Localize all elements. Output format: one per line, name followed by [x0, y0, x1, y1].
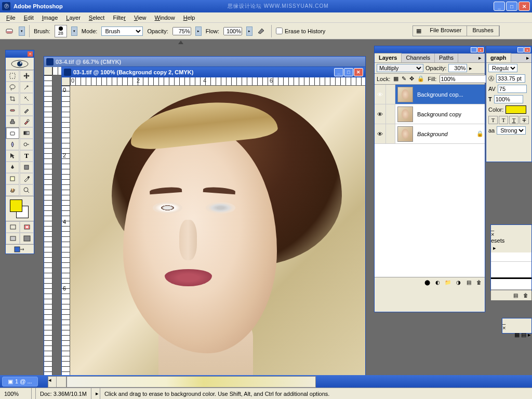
collapsed-minimize[interactable]: _: [502, 318, 531, 325]
visibility-icon[interactable]: 👁: [375, 85, 386, 104]
text-color-swatch[interactable]: [506, 105, 526, 114]
doc-info[interactable]: Doc: 3.36M/10.1M: [36, 388, 91, 399]
doc1-ruler-h[interactable]: 0 2 4 6: [70, 77, 365, 86]
layer-style-icon[interactable]: ⬤: [423, 279, 431, 286]
menu-view[interactable]: View: [130, 14, 151, 22]
opacity-input[interactable]: [172, 27, 191, 35]
mode-select[interactable]: Brush: [101, 26, 143, 36]
presets-tab[interactable]: esets: [491, 237, 531, 244]
channels-tab[interactable]: Channels: [402, 54, 434, 62]
brush-dropdown[interactable]: ▾: [71, 26, 77, 36]
layers-tab[interactable]: Layers: [375, 53, 402, 62]
lasso-tool[interactable]: [6, 82, 19, 93]
link-cell[interactable]: [386, 85, 395, 104]
menu-window[interactable]: Window: [151, 14, 179, 22]
layer-name[interactable]: Background copy: [415, 111, 485, 117]
lock-image-icon[interactable]: ✎: [402, 75, 406, 83]
char-panel-close[interactable]: ×: [524, 47, 530, 52]
quickmask-off[interactable]: [6, 221, 20, 233]
brush-tool[interactable]: [20, 104, 33, 116]
quickmask-on[interactable]: [20, 221, 34, 233]
collapsed-icon-2[interactable]: ▤: [521, 331, 526, 338]
new-preset-icon[interactable]: ▤: [512, 292, 519, 299]
status-grip[interactable]: [32, 388, 36, 399]
notes-tool[interactable]: [6, 173, 19, 184]
antialias-select[interactable]: Strong: [497, 126, 526, 135]
lock-all-icon[interactable]: 🔒: [417, 75, 424, 83]
panel-menu-icon[interactable]: ▸: [524, 54, 531, 62]
taskbar-item[interactable]: ▣ 1 @ ...: [2, 377, 38, 387]
doc1-close[interactable]: ✕: [354, 68, 363, 76]
lock-transparency-icon[interactable]: ▦: [393, 75, 398, 83]
foreground-color[interactable]: [10, 200, 22, 212]
layer-mask-icon[interactable]: ◐: [434, 279, 441, 286]
eraser-tool[interactable]: [6, 127, 19, 139]
file-browser-tab[interactable]: File Browser: [424, 26, 467, 36]
crop-tool[interactable]: [6, 93, 19, 104]
presets-close[interactable]: ×: [491, 231, 531, 237]
layers-panel-minimize[interactable]: _: [471, 47, 477, 52]
delete-layer-icon[interactable]: 🗑: [475, 279, 483, 286]
canvas[interactable]: [70, 86, 365, 377]
doc1-minimize[interactable]: _: [334, 68, 343, 76]
new-layer-icon[interactable]: ▤: [465, 279, 472, 286]
flow-slider-toggle[interactable]: ▸: [246, 26, 252, 36]
brush-preview[interactable]: 28: [55, 25, 67, 37]
link-cell[interactable]: [386, 124, 395, 143]
adjustment-layer-icon[interactable]: ◑: [455, 279, 462, 286]
visibility-icon[interactable]: 👁: [375, 104, 386, 124]
panel-menu-icon[interactable]: ▸: [475, 54, 485, 62]
hand-tool[interactable]: [6, 184, 19, 196]
new-set-icon[interactable]: 📁: [444, 279, 451, 286]
collapsed-close[interactable]: ×: [502, 325, 531, 331]
zoom-tool[interactable]: [20, 184, 33, 196]
blur-tool[interactable]: [6, 139, 19, 150]
paragraph-tab[interactable]: graph: [486, 53, 511, 62]
link-cell[interactable]: [386, 104, 395, 124]
menu-edit[interactable]: Edit: [20, 14, 38, 22]
gradient-tool[interactable]: [20, 127, 33, 139]
close-button[interactable]: ✕: [518, 2, 530, 11]
layer-row[interactable]: 👁 Background copy: [375, 104, 485, 124]
visibility-icon[interactable]: 👁: [375, 124, 386, 143]
layer-thumbnail[interactable]: [397, 126, 413, 142]
underline-button[interactable]: T: [509, 116, 518, 124]
doc1-titlebar[interactable]: 03-1.tif @ 100% (Background copy 2, CMYK…: [62, 67, 365, 77]
subscript-button[interactable]: T: [499, 116, 508, 124]
layer-opacity-input[interactable]: [448, 64, 467, 72]
char-panel-minimize[interactable]: _: [517, 47, 524, 52]
shape-tool[interactable]: [20, 162, 33, 173]
pen-tool[interactable]: [6, 162, 19, 173]
layer-row[interactable]: 👁 Background cop...: [375, 85, 485, 104]
flow-input[interactable]: [223, 27, 242, 35]
maximize-button[interactable]: □: [506, 2, 517, 11]
stamp-tool[interactable]: [6, 116, 19, 127]
dodge-tool[interactable]: [20, 139, 33, 150]
menu-help[interactable]: Help: [179, 14, 200, 22]
airbrush-icon[interactable]: [257, 26, 267, 36]
doc-info-menu[interactable]: ▸: [91, 388, 100, 399]
move-tool[interactable]: [20, 70, 33, 82]
palette-well-toggle-icon[interactable]: ▦: [413, 26, 424, 36]
lock-position-icon[interactable]: ✥: [409, 75, 414, 83]
paths-tab[interactable]: Paths: [435, 54, 458, 62]
collapsed-icon-1[interactable]: ▦: [514, 331, 520, 338]
zoom-input[interactable]: [4, 391, 27, 397]
minimize-button[interactable]: _: [494, 2, 505, 11]
layers-panel-close[interactable]: ×: [477, 47, 484, 52]
slice-tool[interactable]: [20, 93, 33, 104]
wand-tool[interactable]: [20, 82, 33, 93]
screenmode-standard[interactable]: [6, 233, 20, 244]
toolbox-close[interactable]: ×: [28, 51, 33, 57]
superscript-button[interactable]: T: [488, 116, 498, 124]
menu-image[interactable]: Image: [38, 14, 62, 22]
menu-file[interactable]: File: [2, 14, 20, 22]
path-select-tool[interactable]: [6, 150, 19, 162]
tracking-input[interactable]: [498, 85, 527, 93]
doc1-maximize[interactable]: □: [344, 68, 353, 76]
panel-menu-icon[interactable]: ▸: [491, 244, 531, 252]
doc1-ruler-v[interactable]: 0 2 4 6: [62, 86, 70, 377]
history-brush-tool[interactable]: [20, 116, 33, 127]
type-tool[interactable]: T: [20, 150, 33, 162]
healing-tool[interactable]: [6, 104, 19, 116]
